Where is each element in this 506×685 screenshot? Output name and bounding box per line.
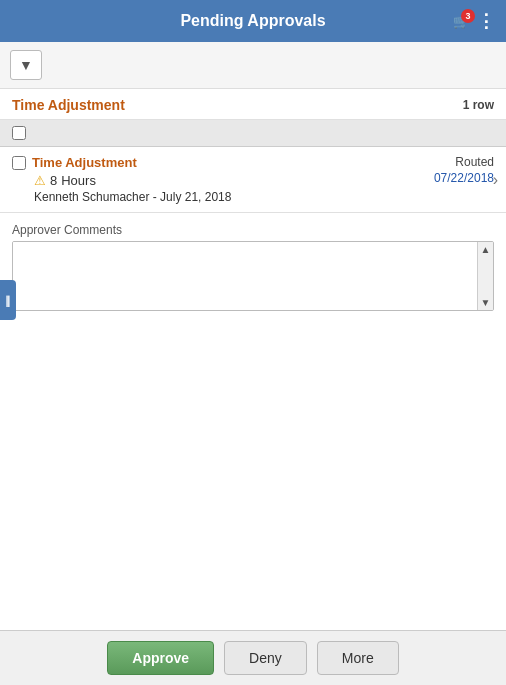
section-header: Time Adjustment 1 row [0,89,506,120]
table-header-row [0,120,506,147]
comments-box: ▲ ▼ [12,241,494,311]
cart-badge: 3 [461,9,475,23]
more-button[interactable]: More [317,641,399,675]
comments-scrollbar: ▲ ▼ [477,242,493,310]
list-item-content: Time Adjustment ⚠ 8 Hours Kenneth Schuma… [12,155,494,204]
cart-button[interactable]: 🛒 3 [453,14,469,29]
employee-name: Kenneth Schumacher - July 21, 2018 [12,190,434,204]
more-options-icon[interactable]: ⋮ [477,10,496,32]
comments-section: Approver Comments ▲ ▼ [0,213,506,321]
chevron-right-icon[interactable]: › [493,171,498,189]
warning-icon: ⚠ [34,173,46,188]
comments-textarea[interactable] [13,242,477,310]
header: Pending Approvals 🛒 3 ⋮ [0,0,506,42]
item-title: Time Adjustment [32,155,137,170]
item-checkbox-row: Time Adjustment [12,155,434,170]
header-icons: 🛒 3 ⋮ [453,10,496,32]
item-date: 07/22/2018 [434,171,494,185]
list-item: Time Adjustment ⚠ 8 Hours Kenneth Schuma… [0,147,506,213]
side-panel-handle[interactable]: ‖ [0,280,16,320]
toolbar: ▼ [0,42,506,89]
deny-button[interactable]: Deny [224,641,307,675]
section-title: Time Adjustment [12,97,125,113]
status-badge: Routed [455,155,494,169]
item-detail: ⚠ 8 Hours [12,173,434,188]
hours-unit: Hours [61,173,96,188]
list-item-left: Time Adjustment ⚠ 8 Hours Kenneth Schuma… [12,155,434,204]
item-checkbox[interactable] [12,156,26,170]
scroll-up-icon[interactable]: ▲ [481,244,491,255]
filter-button[interactable]: ▼ [10,50,42,80]
approve-button[interactable]: Approve [107,641,214,675]
header-title: Pending Approvals [180,12,325,30]
scroll-down-icon[interactable]: ▼ [481,297,491,308]
select-all-checkbox[interactable] [12,126,26,140]
footer: Approve Deny More [0,630,506,685]
comments-label: Approver Comments [12,223,494,237]
list-item-right: Routed 07/22/2018 [434,155,494,185]
panel-handle-icon: ‖ [5,294,11,307]
filter-icon: ▼ [19,57,33,73]
hours-count: 8 [50,173,57,188]
section-row-count: 1 row [463,98,494,112]
